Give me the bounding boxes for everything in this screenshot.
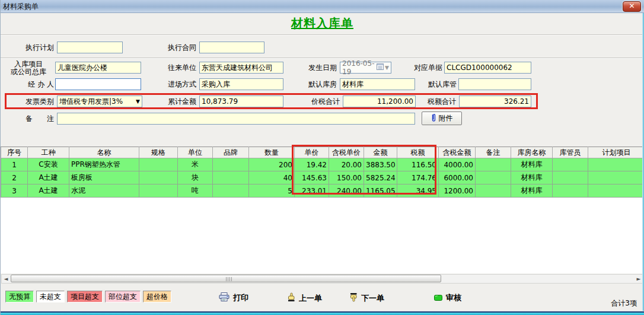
horizontal-scrollbar[interactable]: ◄ ► (1, 274, 643, 284)
paperclip-icon (431, 113, 436, 124)
date-value: 2016-05-19 (342, 59, 377, 76)
next-order-label: 下一单 (361, 293, 384, 304)
cell-qty: 5 (249, 184, 295, 198)
entry-mode-input[interactable] (199, 78, 283, 90)
col-header-amount[interactable]: 金额 (364, 147, 397, 158)
table-row[interactable]: 1 C安装 PPR钢塑热水管 米 200 19.42 20.00 3883.50… (1, 158, 644, 171)
total-tax-input[interactable] (459, 96, 531, 107)
project-label-line1: 入库项目 (14, 60, 43, 68)
exec-plan-input[interactable] (57, 42, 123, 53)
total-with-tax-label: 价税合计 (297, 96, 340, 107)
table-row[interactable]: 3 A土建 水泥 吨 5 233.01 240.00 1165.05 34.95… (1, 184, 644, 198)
cell-qty: 200 (249, 158, 295, 171)
cell-seq: 1 (1, 158, 28, 171)
vendor-input[interactable] (199, 62, 283, 74)
cell-remark (476, 158, 511, 171)
col-header-seq[interactable]: 序号 (1, 147, 28, 158)
cell-amount-taxed: 4000.00 (439, 158, 476, 171)
printer-icon (219, 292, 229, 303)
col-header-warehouse[interactable]: 库房名称 (511, 147, 553, 158)
col-header-tax[interactable]: 税额 (397, 147, 439, 158)
handler-label: 经 办 人 (12, 78, 54, 90)
col-header-plan-project[interactable]: 计划项目 (588, 147, 644, 158)
cell-plan-project (588, 184, 644, 198)
cell-worktype: A土建 (28, 184, 69, 198)
cell-spec (139, 184, 178, 198)
audit-button[interactable]: 审核 (434, 292, 461, 303)
col-header-spec[interactable]: 规格 (139, 147, 178, 158)
exec-plan-label: 执行计划 (12, 42, 54, 53)
accum-amount-input[interactable] (199, 96, 283, 107)
cell-unit-price: 19.42 (295, 158, 329, 171)
legend-no-budget: 无预算 (5, 291, 34, 303)
cell-brand (213, 171, 249, 184)
handler-input[interactable] (55, 78, 141, 90)
cell-remark (476, 171, 511, 184)
cell-plan-project (588, 171, 644, 184)
table-row[interactable]: 2 A土建 板房板 块 40 145.63 150.00 5825.24 174… (1, 171, 644, 184)
col-header-unit[interactable]: 单位 (178, 147, 213, 158)
cell-amount-taxed: 6000.00 (439, 171, 476, 184)
total-with-tax-input[interactable] (343, 96, 416, 107)
default-warehouse-input[interactable] (340, 78, 415, 90)
titlebar[interactable]: 材料采购单 ✕ (1, 0, 644, 13)
cell-unit: 米 (178, 158, 213, 171)
exec-contract-label: 执行合同 (155, 42, 196, 53)
legend-over-price: 超价格 (143, 291, 171, 303)
scrollbar-thumb[interactable] (11, 275, 441, 282)
cell-seq: 2 (1, 171, 28, 184)
cell-remark (476, 184, 511, 198)
col-header-remark[interactable]: 备注 (476, 147, 511, 158)
attachment-button-label: 附件 (439, 113, 453, 123)
material-inbound-window: 材料采购单 ✕ 材料入库单 执行计划 执行合同 入库项目 或公司总库 往来单位 … (0, 0, 644, 315)
col-header-unit-price[interactable]: 单价 (295, 147, 329, 158)
scroll-right-icon[interactable]: ► (635, 275, 642, 282)
chevron-down-icon[interactable]: ▼ (385, 65, 389, 71)
cell-unit: 块 (178, 171, 213, 184)
cell-warehouse: 材料库 (511, 184, 553, 198)
close-icon[interactable]: ✕ (623, 1, 641, 12)
col-header-keeper[interactable]: 库管员 (553, 147, 588, 158)
exec-contract-input[interactable] (199, 42, 264, 53)
date-picker[interactable]: 2016-05-19 ▼ (340, 62, 391, 74)
default-keeper-input[interactable] (458, 78, 531, 90)
cell-keeper (553, 158, 588, 171)
chevron-down-icon[interactable]: ▼ (135, 98, 140, 104)
cell-amount: 3883.50 (364, 158, 397, 171)
scroll-left-icon[interactable]: ◄ (2, 275, 9, 282)
ref-doc-input[interactable] (444, 62, 531, 74)
audit-button-label: 审核 (446, 292, 461, 303)
cell-warehouse: 材料库 (511, 158, 553, 171)
cell-amount-taxed: 1200.00 (439, 184, 476, 198)
next-order-button[interactable]: 下一单 (349, 292, 384, 304)
col-header-qty[interactable]: 数量 (249, 147, 295, 158)
col-header-unit-price-taxed[interactable]: 含税单价 (329, 147, 364, 158)
project-label: 入库项目 或公司总库 (4, 61, 53, 76)
previous-order-button[interactable]: 上一单 (287, 292, 322, 304)
col-header-brand[interactable]: 品牌 (213, 147, 249, 158)
budget-legend: 无预算 未超支 项目超支 部位超支 超价格 (5, 291, 171, 303)
cell-worktype: C安装 (28, 158, 69, 171)
cell-amount: 1165.05 (364, 184, 397, 198)
cell-unit-price-taxed: 240.00 (329, 184, 364, 198)
total-items-status: 合计3项 (611, 298, 637, 308)
ref-doc-label: 对应单据 (409, 62, 442, 74)
col-header-amount-taxed[interactable]: 含税金额 (439, 147, 476, 158)
col-header-name[interactable]: 名称 (69, 147, 139, 158)
hand-up-icon (287, 292, 295, 304)
cell-brand (213, 158, 249, 171)
accum-amount-label: 累计金额 (155, 96, 196, 107)
cell-name: PPR钢塑热水管 (69, 158, 139, 171)
calendar-icon[interactable] (377, 63, 384, 72)
date-label: 发生日期 (300, 62, 337, 74)
col-header-worktype[interactable]: 工种 (28, 147, 69, 158)
attachment-button[interactable]: 附件 (422, 112, 462, 125)
invoice-type-select[interactable]: 增值税专用发票|3% ▼ (57, 96, 142, 107)
remark-input[interactable] (57, 113, 415, 125)
project-input[interactable] (55, 62, 141, 74)
previous-order-label: 上一单 (299, 293, 322, 304)
cell-warehouse: 材料库 (511, 171, 553, 184)
cell-tax: 174.76 (397, 171, 439, 184)
items-table: 序号 工种 名称 规格 单位 品牌 数量 单价 含税单价 金额 税额 含税金额 … (1, 147, 644, 198)
print-button[interactable]: 打印 (219, 292, 248, 303)
